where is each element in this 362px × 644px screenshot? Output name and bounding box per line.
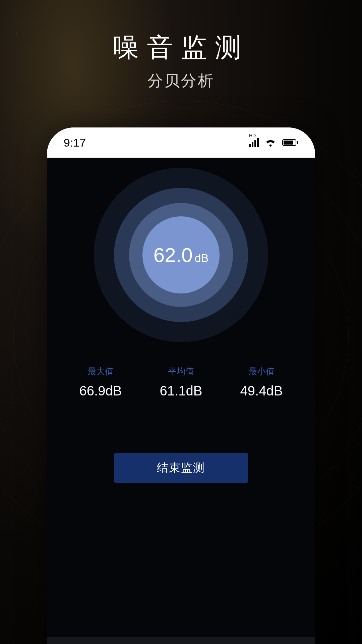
phone-mockup: 9:17 HD 62.0dB — [47, 127, 315, 644]
status-time: 9:17 — [64, 136, 86, 149]
svg-rect-1 — [297, 141, 298, 144]
stat-min: 最小值 49.4dB — [240, 366, 283, 398]
stat-max: 最大值 66.9dB — [79, 366, 122, 398]
waveform-strip — [47, 637, 315, 644]
page-title: 噪音监测 — [0, 30, 362, 65]
stop-monitoring-button[interactable]: 结束监测 — [114, 453, 248, 483]
app-screen: 62.0dB 最大值 66.9dB 平均值 61.1dB 最小值 49.4dB … — [47, 158, 315, 644]
page-subtitle: 分贝分析 — [0, 70, 362, 91]
gauge-value: 62.0 — [154, 244, 193, 266]
wifi-icon — [265, 138, 276, 147]
status-bar: 9:17 HD — [47, 127, 315, 158]
battery-icon — [282, 139, 298, 147]
stat-min-value: 49.4dB — [240, 383, 283, 398]
stat-avg: 平均值 61.1dB — [160, 366, 202, 398]
stat-avg-value: 61.1dB — [160, 383, 202, 398]
gauge-unit: dB — [195, 252, 209, 264]
decibel-gauge: 62.0dB — [94, 168, 268, 342]
svg-rect-2 — [284, 141, 293, 145]
stat-avg-label: 平均值 — [160, 366, 202, 377]
stats-row: 最大值 66.9dB 平均值 61.1dB 最小值 49.4dB — [47, 366, 315, 398]
signal-icon: HD — [249, 138, 259, 147]
stat-max-value: 66.9dB — [79, 383, 122, 398]
stat-max-label: 最大值 — [79, 366, 122, 377]
stat-min-label: 最小值 — [240, 366, 283, 377]
gauge-reading: 62.0dB — [154, 244, 208, 267]
